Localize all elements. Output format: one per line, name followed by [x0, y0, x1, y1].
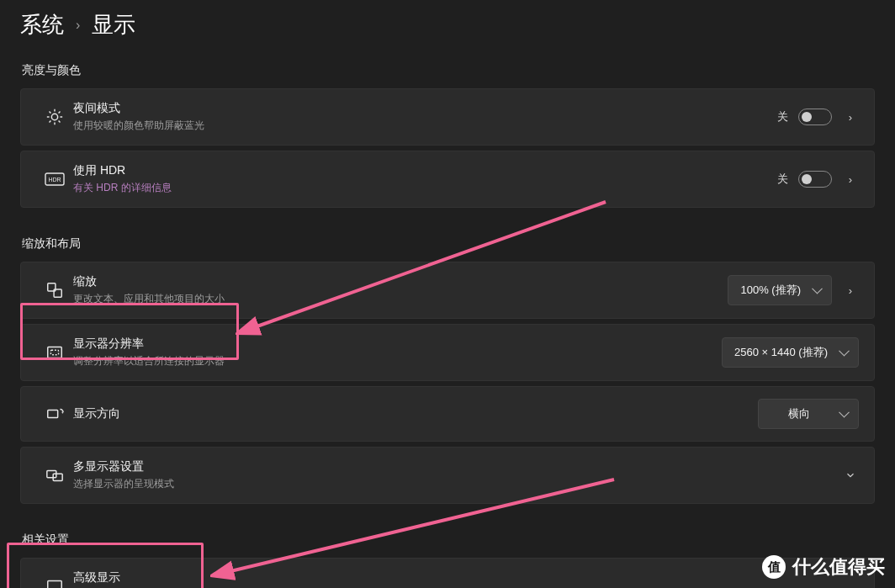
sun-icon	[36, 108, 73, 126]
night-light-toggle[interactable]	[798, 109, 832, 125]
watermark: 值 什么值得买	[762, 554, 885, 580]
svg-line-6	[59, 121, 61, 123]
chevron-down-icon[interactable]	[842, 469, 859, 481]
section-related: 相关设置	[22, 532, 875, 548]
row-hdr[interactable]: HDR 使用 HDR 有关 HDR 的详细信息 关 ›	[20, 151, 875, 208]
row-advanced-display[interactable]: 高级显示 显示器信息，刷新率	[20, 558, 875, 588]
multi-monitor-icon	[36, 466, 73, 485]
monitor-icon	[36, 577, 73, 588]
advanced-display-title: 高级显示	[73, 570, 859, 585]
resolution-sub: 调整分辨率以适合所连接的显示器	[73, 354, 722, 368]
orientation-icon	[36, 405, 73, 423]
hdr-title: 使用 HDR	[73, 163, 777, 178]
resolution-icon	[36, 343, 73, 362]
night-light-title: 夜间模式	[73, 101, 777, 116]
chevron-right-icon: ›	[76, 18, 80, 33]
resolution-dropdown[interactable]: 2560 × 1440 (推荐)	[722, 337, 859, 368]
svg-rect-15	[48, 410, 58, 417]
svg-rect-18	[48, 581, 62, 588]
watermark-text: 什么值得买	[792, 554, 885, 580]
section-brightness-color: 亮度与颜色	[22, 63, 875, 78]
breadcrumb-page: 显示	[92, 10, 135, 40]
svg-line-5	[49, 111, 50, 113]
night-light-state: 关	[777, 109, 788, 124]
scale-icon	[36, 281, 73, 299]
section-scale-layout: 缩放和布局	[22, 236, 875, 252]
svg-point-0	[51, 114, 57, 119]
breadcrumb-root[interactable]: 系统	[20, 10, 64, 40]
row-multi-monitor[interactable]: 多显示器设置 选择显示器的呈现模式	[20, 447, 875, 504]
hdr-icon: HDR	[36, 172, 73, 186]
chevron-right-icon[interactable]: ›	[842, 111, 859, 124]
hdr-sub-link[interactable]: 有关 HDR 的详细信息	[73, 181, 777, 195]
scale-title: 缩放	[73, 274, 728, 289]
svg-line-7	[49, 121, 50, 123]
night-light-sub: 使用较暖的颜色帮助屏蔽蓝光	[73, 119, 777, 133]
breadcrumb: 系统 › 显示	[20, 10, 875, 40]
row-orientation[interactable]: 显示方向 横向	[20, 386, 875, 442]
svg-rect-14	[50, 350, 58, 355]
scale-sub: 更改文本、应用和其他项目的大小	[73, 292, 728, 306]
resolution-title: 显示器分辨率	[73, 336, 722, 352]
hdr-toggle[interactable]	[798, 171, 832, 188]
chevron-right-icon[interactable]: ›	[842, 173, 859, 186]
chevron-right-icon[interactable]: ›	[842, 284, 859, 297]
orientation-dropdown[interactable]: 横向	[758, 399, 859, 429]
orientation-title: 显示方向	[73, 406, 758, 421]
watermark-badge-icon: 值	[762, 555, 786, 579]
row-scale[interactable]: 缩放 更改文本、应用和其他项目的大小 100% (推荐) ›	[20, 262, 875, 319]
multi-monitor-sub: 选择显示器的呈现模式	[73, 477, 842, 491]
hdr-state: 关	[777, 172, 788, 187]
row-resolution[interactable]: 显示器分辨率 调整分辨率以适合所连接的显示器 2560 × 1440 (推荐)	[20, 324, 875, 381]
scale-dropdown[interactable]: 100% (推荐)	[728, 275, 832, 305]
svg-text:HDR: HDR	[48, 177, 61, 183]
svg-rect-13	[48, 347, 62, 358]
row-night-light[interactable]: 夜间模式 使用较暖的颜色帮助屏蔽蓝光 关 ›	[20, 88, 875, 146]
svg-line-8	[59, 111, 61, 113]
multi-monitor-title: 多显示器设置	[73, 459, 842, 474]
